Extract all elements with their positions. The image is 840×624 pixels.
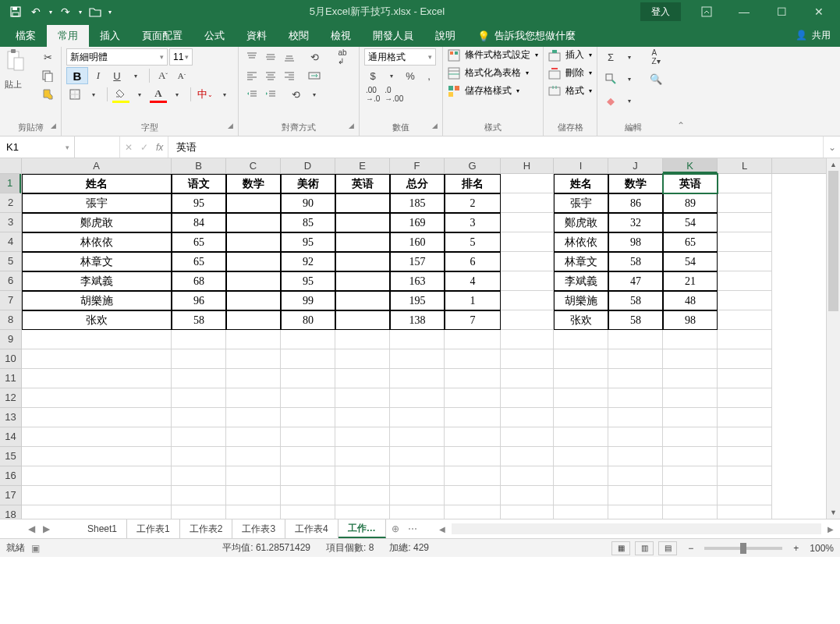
format-cells-button[interactable]: 格式▾ [548, 84, 592, 98]
undo-button[interactable]: ↶ [27, 2, 45, 21]
merge-dropdown[interactable]: ▾ [306, 86, 323, 103]
cell-G17[interactable] [445, 486, 501, 505]
cell-D16[interactable] [281, 466, 335, 486]
font-color-dropdown[interactable]: ▾ [168, 86, 186, 103]
cell-L9[interactable] [718, 330, 772, 349]
cell-H9[interactable] [501, 330, 554, 349]
cell-H13[interactable] [501, 408, 554, 427]
clear-dropdown[interactable]: ▾ [621, 92, 638, 109]
cell-I6[interactable]: 李斌義 [554, 271, 608, 291]
cell-I8[interactable]: 张欢 [554, 310, 608, 330]
select-all-corner[interactable] [0, 158, 22, 174]
row-header-15[interactable]: 15 [0, 447, 21, 466]
cell-B13[interactable] [172, 408, 226, 427]
align-left-button[interactable] [243, 67, 261, 84]
cell-B9[interactable] [172, 330, 226, 349]
cell-L1[interactable] [718, 174, 772, 193]
find-button[interactable]: 🔍 [647, 70, 665, 87]
cell-G5[interactable]: 6 [445, 252, 501, 271]
cell-A9[interactable] [22, 330, 172, 349]
cell-C7[interactable] [226, 291, 281, 310]
cell-F15[interactable] [390, 447, 445, 466]
cancel-icon[interactable]: ✕ [125, 142, 133, 153]
cell-C15[interactable] [226, 447, 281, 466]
tab-review[interactable]: 校閱 [278, 25, 320, 47]
cell-D14[interactable] [281, 427, 335, 447]
hscroll-track[interactable] [452, 523, 821, 534]
col-header-I[interactable]: I [554, 158, 608, 173]
cell-B3[interactable]: 84 [172, 213, 226, 232]
cell-B17[interactable] [172, 486, 226, 505]
cell-H15[interactable] [501, 447, 554, 466]
fx-icon[interactable]: fx [156, 142, 163, 153]
cell-F18[interactable] [390, 505, 445, 519]
row-header-13[interactable]: 13 [0, 408, 21, 427]
cell-H7[interactable] [501, 291, 554, 310]
cell-C14[interactable] [226, 427, 281, 447]
cell-G4[interactable]: 5 [445, 232, 501, 252]
paste-button[interactable]: 貼上 [5, 48, 36, 100]
currency-dropdown[interactable]: ▾ [383, 67, 400, 84]
cell-C1[interactable]: 数学 [226, 174, 281, 193]
cell-E2[interactable] [335, 193, 390, 213]
row-header-8[interactable]: 8 [0, 310, 21, 330]
cell-J6[interactable]: 47 [608, 271, 663, 291]
cell-E3[interactable] [335, 213, 390, 232]
cell-L7[interactable] [718, 291, 772, 310]
col-header-H[interactable]: H [501, 158, 554, 173]
fill-color-button[interactable] [112, 86, 129, 103]
cell-I17[interactable] [554, 486, 608, 505]
font-color-button[interactable]: A [150, 86, 167, 103]
cell-I5[interactable]: 林章文 [554, 252, 608, 271]
cell-J5[interactable]: 58 [608, 252, 663, 271]
cell-K4[interactable]: 65 [663, 232, 718, 252]
cell-K1[interactable]: 英语 [663, 174, 718, 193]
clipboard-dialog-launcher[interactable]: ◢ [51, 122, 56, 129]
cell-B18[interactable] [172, 505, 226, 519]
scroll-thumb[interactable] [828, 171, 838, 311]
cell-L13[interactable] [718, 408, 772, 427]
cell-I7[interactable]: 胡樂施 [554, 291, 608, 310]
cell-A13[interactable] [22, 408, 172, 427]
cell-G11[interactable] [445, 369, 501, 388]
tab-view[interactable]: 檢視 [320, 25, 362, 47]
cell-G2[interactable]: 2 [445, 193, 501, 213]
sheet-tab-5[interactable]: 工作… [338, 519, 386, 538]
cell-B4[interactable]: 65 [172, 232, 226, 252]
tab-help[interactable]: 說明 [424, 25, 466, 47]
col-header-L[interactable]: L [718, 158, 772, 173]
align-top-button[interactable] [243, 48, 261, 66]
cell-J8[interactable]: 58 [608, 310, 663, 330]
cell-I3[interactable]: 鄭虎敢 [554, 213, 608, 232]
cell-C5[interactable] [226, 252, 281, 271]
cell-K17[interactable] [663, 486, 718, 505]
cell-A10[interactable] [22, 349, 172, 369]
cell-D4[interactable]: 95 [281, 232, 335, 252]
cell-J11[interactable] [608, 369, 663, 388]
name-box[interactable]: K1 [0, 136, 75, 158]
zoom-out-button[interactable]: − [688, 543, 693, 554]
col-header-K[interactable]: K [663, 158, 718, 173]
cell-I2[interactable]: 張宇 [554, 193, 608, 213]
cell-J1[interactable]: 数学 [608, 174, 663, 193]
cell-K14[interactable] [663, 427, 718, 447]
row-header-4[interactable]: 4 [0, 232, 21, 252]
cell-B10[interactable] [172, 349, 226, 369]
cell-A3[interactable]: 鄭虎敢 [22, 213, 172, 232]
cell-G18[interactable] [445, 505, 501, 519]
cell-J15[interactable] [608, 447, 663, 466]
cell-C6[interactable] [226, 271, 281, 291]
row-header-17[interactable]: 17 [0, 486, 21, 505]
cell-I16[interactable] [554, 466, 608, 486]
cell-A2[interactable]: 張宇 [22, 193, 172, 213]
cell-D13[interactable] [281, 408, 335, 427]
cell-B5[interactable]: 65 [172, 252, 226, 271]
sort-filter-button[interactable]: AZ▾ [647, 48, 665, 66]
autosum-button[interactable]: Σ [602, 48, 619, 66]
cell-L12[interactable] [718, 388, 772, 408]
align-center-button[interactable] [262, 67, 279, 84]
align-dialog-launcher[interactable]: ◢ [349, 122, 354, 129]
row-header-11[interactable]: 11 [0, 369, 21, 388]
sheet-nav-next[interactable]: ▶ [43, 523, 50, 534]
cell-F17[interactable] [390, 486, 445, 505]
